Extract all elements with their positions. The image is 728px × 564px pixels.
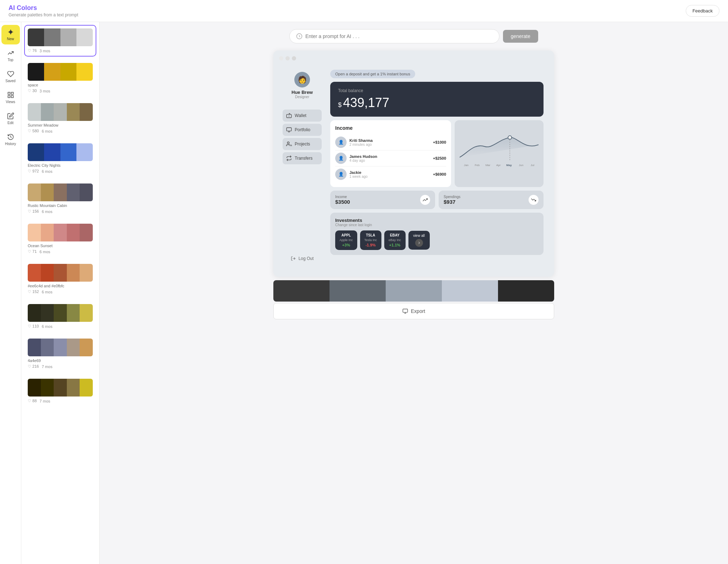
invest-ticker: TSLA bbox=[366, 233, 375, 237]
palette-swatches bbox=[28, 224, 93, 241]
swatch bbox=[80, 304, 93, 322]
sidebar-item-saved[interactable]: Saved bbox=[1, 67, 20, 86]
sidebar-item-top[interactable]: Top bbox=[1, 46, 20, 65]
income-info: Kriti Sharma 2 minutes ago bbox=[349, 138, 430, 147]
ai-icon bbox=[296, 33, 303, 39]
sidebar-item-history[interactable]: History bbox=[1, 130, 20, 149]
stat-income-label: Income bbox=[335, 195, 350, 199]
swatch bbox=[76, 28, 93, 46]
palette-likes: ♡ 152 bbox=[28, 289, 39, 294]
color-row-swatch bbox=[273, 280, 330, 302]
income-time: 1 week ago bbox=[349, 175, 430, 179]
palette-card-electric-city-nights[interactable]: Electric City Nights♡ 9726 mos bbox=[24, 140, 96, 177]
feedback-button[interactable]: Feedback bbox=[686, 5, 719, 17]
income-amount: +$2500 bbox=[433, 156, 446, 160]
palette-card-dark-yellow[interactable]: ♡ 1106 mos bbox=[24, 300, 96, 332]
svg-point-14 bbox=[287, 142, 289, 144]
export-bar[interactable]: Export bbox=[273, 303, 554, 319]
logout-button[interactable]: Log Out bbox=[288, 253, 317, 264]
preview-nav: Wallet Portfolio Projects Transfers bbox=[283, 110, 322, 164]
income-avatar: 👤 bbox=[335, 137, 347, 148]
view-all-label: view all bbox=[413, 234, 425, 238]
swatch bbox=[76, 143, 93, 161]
palette-name: #ee6c4d and #e0fbfc bbox=[28, 284, 93, 288]
swatch bbox=[41, 304, 54, 322]
palette-card-rustic-mountain-cabin[interactable]: Rustic Mountain Cabin♡ 1566 mos bbox=[24, 180, 96, 217]
palette-age: 6 mos bbox=[39, 250, 50, 254]
sidebar-item-edit[interactable]: Edit bbox=[1, 109, 20, 128]
palette-swatches bbox=[28, 143, 93, 161]
swatch bbox=[80, 224, 93, 241]
palette-card-current[interactable]: ♡ 763 mos bbox=[24, 25, 96, 57]
invest-view-all[interactable]: view all bbox=[408, 231, 430, 250]
swatch bbox=[41, 224, 54, 241]
palette-meta: ♡ 5806 mos bbox=[28, 129, 93, 133]
svg-point-0 bbox=[9, 31, 12, 33]
palette-card-summer-meadow[interactable]: Summer Meadow♡ 5806 mos bbox=[24, 100, 96, 137]
sidebar-item-new[interactable]: New bbox=[1, 25, 20, 44]
income-info: Jackie 1 week ago bbox=[349, 170, 430, 179]
preview-nav-projects[interactable]: Projects bbox=[283, 138, 322, 150]
prompt-text-input[interactable] bbox=[305, 33, 493, 39]
palette-likes: ♡ 76 bbox=[28, 48, 37, 53]
investments-list: APPL Apple Inc +3% TSLA Tesla Inc -1.9% … bbox=[335, 230, 539, 250]
palette-swatches bbox=[28, 183, 93, 201]
palette-age: 6 mos bbox=[42, 290, 52, 294]
swatch bbox=[67, 379, 80, 397]
svg-text:Jan: Jan bbox=[464, 164, 469, 167]
views-icon bbox=[7, 91, 14, 99]
invest-name: Tesla Inc bbox=[364, 238, 377, 242]
income-name: Jackie bbox=[349, 170, 430, 175]
stat-spendings: Spendings $937 bbox=[439, 191, 544, 209]
edit-icon bbox=[7, 112, 14, 119]
stat-spendings-info: Spendings $937 bbox=[444, 195, 460, 205]
palette-swatches bbox=[28, 379, 93, 397]
swatch bbox=[28, 143, 44, 161]
palette-card-space[interactable]: space♡ 303 mos bbox=[24, 59, 96, 97]
palette-likes: ♡ 972 bbox=[28, 169, 39, 174]
preview-nav-transfers[interactable]: Transfers bbox=[283, 152, 322, 164]
palette-card-ee6c4d[interactable]: #ee6c4d and #e0fbfc♡ 1526 mos bbox=[24, 260, 96, 298]
export-label: Export bbox=[411, 308, 425, 314]
generate-button[interactable]: generate bbox=[503, 30, 538, 43]
swatch bbox=[54, 304, 67, 322]
palette-card-4a4e69[interactable]: 4a4e69♡ 2167 mos bbox=[24, 335, 96, 372]
swatch bbox=[44, 143, 60, 161]
preview-nav-portfolio[interactable]: Portfolio bbox=[283, 124, 322, 136]
close-dot bbox=[279, 56, 283, 60]
sidebar-item-views[interactable]: Views bbox=[1, 88, 20, 107]
stat-income: Income $3500 bbox=[330, 191, 435, 209]
app-preview: 🧑 Hue Brew Designer Wallet Portfolio bbox=[279, 65, 548, 271]
palette-age: 3 mos bbox=[39, 49, 50, 53]
invest-item-tsla[interactable]: TSLA Tesla Inc -1.9% bbox=[360, 230, 381, 250]
header-left: AI Colors Generate palettes from a text … bbox=[9, 4, 78, 17]
swatch bbox=[67, 103, 80, 121]
swatch bbox=[60, 63, 77, 81]
svg-rect-25 bbox=[403, 309, 407, 312]
preview-nav-wallet[interactable]: Wallet bbox=[283, 110, 322, 122]
stat-income-icon bbox=[420, 195, 430, 205]
color-row-swatch bbox=[386, 280, 442, 302]
invest-item-appl[interactable]: APPL Apple Inc +3% bbox=[335, 230, 357, 250]
edit-label: Edit bbox=[7, 121, 14, 125]
top-label: Top bbox=[7, 58, 13, 62]
history-label: History bbox=[5, 142, 16, 146]
income-name: James Hudson bbox=[349, 154, 430, 159]
income-avatar: 👤 bbox=[335, 169, 347, 180]
palette-card-dark-warm[interactable]: ♡ 887 mos bbox=[24, 375, 96, 407]
svg-text:May: May bbox=[506, 164, 512, 167]
palette-name: Summer Meadow bbox=[28, 123, 93, 127]
promo-badge: Open a deposit and get a 1% instant bonu… bbox=[330, 70, 415, 78]
income-rows: 👤 Kriti Sharma 2 minutes ago +$1000 👤 Ja… bbox=[335, 134, 446, 182]
palette-card-ocean-sunset[interactable]: Ocean Sunset♡ 716 mos bbox=[24, 220, 96, 257]
palette-name: Ocean Sunset bbox=[28, 244, 93, 248]
palette-meta: ♡ 2167 mos bbox=[28, 364, 93, 369]
invest-item-ebay[interactable]: EBAY eBay Inc +1.1% bbox=[384, 230, 406, 250]
balance-amount: $439,177 bbox=[338, 95, 536, 110]
prompt-input-wrapper[interactable] bbox=[289, 29, 499, 43]
palette-swatches bbox=[28, 339, 93, 356]
palette-swatches bbox=[28, 63, 93, 81]
palette-swatches bbox=[28, 28, 93, 46]
income-row: 👤 Kriti Sharma 2 minutes ago +$1000 bbox=[335, 134, 446, 150]
stat-spendings-icon bbox=[529, 195, 539, 205]
